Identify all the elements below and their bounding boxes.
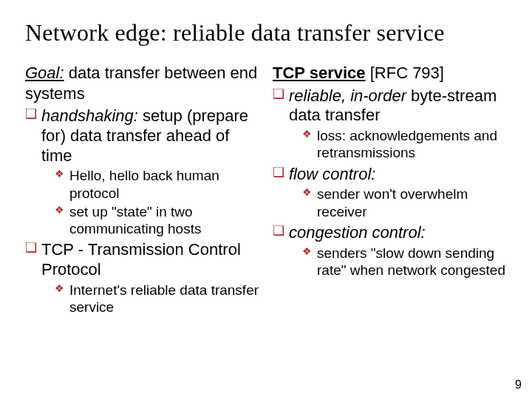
left-q1-d1: Hello, hello back human protocol: [55, 167, 259, 201]
right-q2-text: flow control:: [289, 165, 375, 183]
right-q2-sub: sender won't overwhelm receiver: [302, 185, 507, 219]
right-q1-prefix: reliable, in-order: [289, 86, 406, 105]
left-q1-d2: set up "state" in two communicating host…: [55, 203, 259, 237]
page-number: 9: [515, 378, 522, 392]
left-q1-sub: Hello, hello back human protocol set up …: [55, 167, 259, 237]
right-lead-underline: TCP service: [273, 64, 366, 82]
left-q2-sub: Internet's reliable data transfer servic…: [55, 282, 259, 316]
left-lead: Goal: data transfer between end systems: [25, 63, 259, 103]
right-q3: congestion control: senders "slow down s…: [273, 223, 507, 279]
left-q2: TCP - Transmission Control Protocol Inte…: [25, 240, 259, 316]
slide: Network edge: reliable data transfer ser…: [0, 0, 532, 399]
right-q1-sub: loss: acknowledgements and retransmissio…: [302, 127, 507, 161]
slide-title: Network edge: reliable data transfer ser…: [25, 19, 507, 47]
right-column: TCP service [RFC 793] reliable, in-order…: [273, 63, 507, 316]
right-q1-d1: loss: acknowledgements and retransmissio…: [302, 127, 507, 161]
content-columns: Goal: data transfer between end systems …: [25, 63, 507, 316]
right-lead: TCP service [RFC 793]: [273, 63, 507, 83]
left-list: handshaking: setup (prepare for) data tr…: [25, 106, 259, 316]
left-lead-underline: Goal:: [25, 64, 64, 82]
right-lead-rest: [RFC 793]: [366, 64, 444, 82]
right-q2-d1: sender won't overwhelm receiver: [302, 185, 507, 219]
left-q1-prefix: handshaking:: [41, 106, 138, 125]
left-q1: handshaking: setup (prepare for) data tr…: [25, 106, 259, 237]
right-q3-d1: senders "slow down sending rate" when ne…: [302, 245, 507, 279]
right-q3-text: congestion control:: [289, 223, 426, 242]
right-list: reliable, in-order byte-stream data tran…: [273, 86, 507, 279]
left-column: Goal: data transfer between end systems …: [25, 63, 259, 316]
right-q2: flow control: sender won't overwhelm rec…: [273, 165, 507, 220]
right-q3-sub: senders "slow down sending rate" when ne…: [302, 245, 507, 279]
left-q2-text: TCP - Transmission Control Protocol: [41, 240, 241, 279]
right-q1: reliable, in-order byte-stream data tran…: [273, 86, 507, 162]
left-q2-d1: Internet's reliable data transfer servic…: [55, 282, 259, 316]
